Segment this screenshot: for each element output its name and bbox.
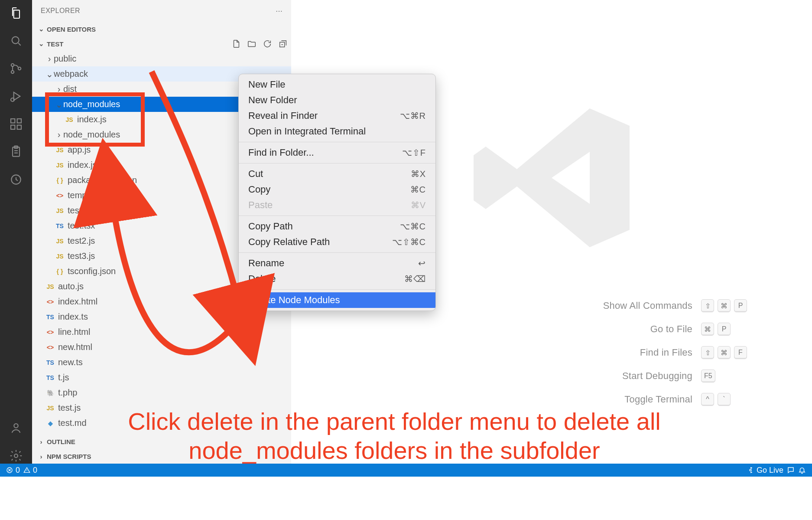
json-file-icon: { } [55, 177, 65, 184]
file-row[interactable]: <>line.html [32, 324, 291, 340]
extensions-icon[interactable] [8, 116, 24, 132]
menu-item-label: Copy Relative Path [248, 236, 392, 248]
open-editors-section[interactable]: ⌄ OPEN EDITORS [32, 22, 291, 36]
json-file-icon: { } [55, 268, 65, 275]
more-icon[interactable]: ⋯ [276, 7, 283, 15]
menu-item-shortcut: ⌘X [411, 169, 426, 179]
menu-item-copy[interactable]: Copy⌘C [239, 182, 435, 197]
folder-row[interactable]: ›public [32, 51, 291, 66]
html-file-icon: <> [55, 192, 65, 199]
item-name: new.ts [58, 357, 83, 367]
menu-item-open-in-integrated-terminal[interactable]: Open in Integrated Terminal [239, 124, 435, 139]
menu-item-shortcut: ⌥⇧⌘C [392, 237, 426, 247]
feedback-icon[interactable] [787, 466, 795, 474]
item-name: dist [63, 84, 77, 94]
menu-item-reveal-in-finder[interactable]: Reveal in Finder⌥⌘R [239, 108, 435, 124]
kbd-key: F [734, 346, 747, 359]
welcome-keys: ^` [701, 393, 747, 406]
menu-item-label: New Folder [248, 95, 426, 106]
js-file-icon: JS [55, 253, 65, 260]
php-file-icon: 🐘 [45, 389, 55, 396]
collapse-all-icon[interactable] [278, 39, 288, 49]
menu-item-label: Paste [248, 199, 411, 211]
item-name: test2.js [68, 236, 95, 246]
new-folder-icon[interactable] [247, 39, 257, 49]
scm-icon[interactable] [8, 61, 24, 76]
explorer-icon[interactable] [8, 5, 24, 21]
md-file-icon: ◆ [45, 420, 55, 427]
kbd-key: P [718, 323, 731, 336]
welcome-label: Find in Files [603, 347, 692, 358]
go-live-button[interactable]: Go Live [747, 466, 783, 475]
settings-icon[interactable] [8, 448, 24, 464]
chevron-right-icon: › [55, 84, 63, 94]
npm-scripts-section[interactable]: › NPM SCRIPTS [32, 449, 291, 464]
js-file-icon: JS [64, 116, 75, 123]
debug-icon[interactable] [8, 88, 24, 104]
item-name: auto.js [58, 281, 84, 291]
svg-rect-7 [17, 125, 21, 129]
context-menu[interactable]: New FileNew FolderReveal in Finder⌥⌘ROpe… [238, 74, 436, 311]
file-row[interactable]: JStest.js [32, 400, 291, 415]
js-file-icon: JS [55, 207, 65, 214]
menu-item-label: Rename [248, 258, 418, 269]
status-warnings[interactable]: 0 [23, 466, 37, 475]
file-row[interactable]: ◆test.md [32, 415, 291, 431]
workspace-section[interactable]: ⌄ TEST [32, 36, 291, 51]
welcome-label: Toggle Terminal [603, 394, 692, 405]
menu-item-label: Delete [248, 273, 404, 285]
timeline-icon[interactable] [8, 172, 24, 187]
menu-item-copy-path[interactable]: Copy Path⌥⌘C [239, 219, 435, 234]
js-file-icon: JS [55, 238, 65, 245]
file-row[interactable]: TSnew.ts [32, 355, 291, 370]
open-editors-label: OPEN EDITORS [47, 26, 288, 33]
chevron-down-icon: ⌄ [55, 99, 63, 110]
html-file-icon: <> [45, 298, 55, 305]
html-file-icon: <> [45, 329, 55, 336]
menu-item-label: Delete Node Modules [248, 294, 426, 306]
ts-file-icon: TS [45, 359, 55, 366]
item-name: test.js [68, 206, 90, 216]
menu-item-delete[interactable]: Delete⌘⌫ [239, 271, 435, 287]
menu-item-paste: Paste⌘V [239, 197, 435, 213]
refresh-icon[interactable] [263, 39, 272, 49]
kbd-key: ⌘ [718, 346, 731, 359]
item-name: index.ts [58, 312, 88, 322]
item-name: node_modules [63, 99, 120, 109]
npm-scripts-label: NPM SCRIPTS [47, 453, 288, 460]
menu-item-rename[interactable]: Rename↩ [239, 255, 435, 271]
menu-item-copy-relative-path[interactable]: Copy Relative Path⌥⇧⌘C [239, 234, 435, 250]
file-row[interactable]: TSindex.ts [32, 309, 291, 324]
menu-item-label: New File [248, 79, 426, 90]
menu-item-cut[interactable]: Cut⌘X [239, 166, 435, 182]
svg-point-1 [11, 64, 14, 66]
explorer-header: EXPLORER ⋯ [32, 0, 291, 22]
menu-item-new-folder[interactable]: New Folder [239, 92, 435, 108]
svg-point-0 [12, 37, 19, 44]
warning-count: 0 [33, 466, 37, 475]
search-icon[interactable] [8, 33, 24, 49]
menu-item-new-file[interactable]: New File [239, 77, 435, 92]
kbd-key: ⌘ [718, 299, 731, 312]
item-name: tsconfig.json [68, 266, 116, 276]
file-row[interactable]: TSt.js [32, 370, 291, 385]
menu-item-find-in-folder[interactable]: Find in Folder...⌥⇧F [239, 145, 435, 160]
chevron-right-icon: › [45, 54, 54, 64]
account-icon[interactable] [8, 420, 24, 436]
kbd-key: ⇧ [701, 299, 714, 312]
item-name: t.js [58, 373, 69, 383]
outline-section[interactable]: › OUTLINE [32, 434, 291, 449]
svg-point-13 [14, 454, 18, 458]
item-name: index.js [77, 114, 107, 124]
new-file-icon[interactable] [231, 39, 241, 49]
file-row[interactable]: <>new.html [32, 340, 291, 355]
chevron-right-icon: › [55, 130, 63, 140]
menu-item-delete-node-modules[interactable]: Delete Node Modules [239, 292, 435, 308]
clipboard-icon[interactable] [8, 144, 24, 160]
item-name: webpack [54, 69, 88, 79]
item-name: index.html [58, 297, 97, 307]
status-errors[interactable]: 0 [6, 466, 20, 475]
file-row[interactable]: 🐘t.php [32, 385, 291, 400]
bell-icon[interactable] [798, 466, 806, 474]
js-file-icon: JS [55, 147, 65, 154]
